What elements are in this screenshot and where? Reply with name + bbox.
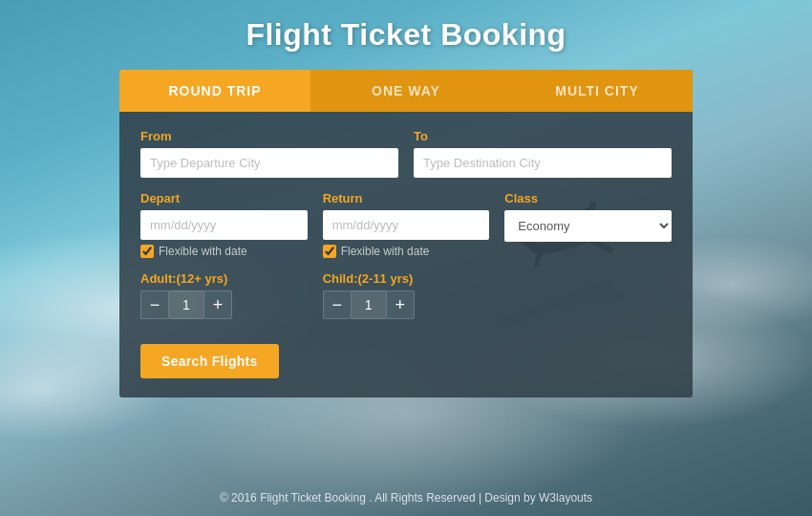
search-flights-button[interactable]: Search Flights — [140, 344, 279, 378]
to-label: To — [414, 129, 672, 143]
footer-text: © 2016 Flight Ticket Booking . All Right… — [220, 491, 592, 505]
child-minus-button[interactable]: − — [323, 290, 352, 319]
adult-label: Adult:(12+ yrs) — [140, 271, 308, 286]
return-label: Return — [323, 191, 490, 205]
child-plus-button[interactable]: + — [386, 290, 415, 319]
adult-field: Adult:(12+ yrs) − 1 + — [140, 271, 308, 319]
depart-flexible-row: Flexible with date — [140, 245, 308, 258]
return-flexible-label: Flexible with date — [341, 245, 430, 258]
from-to-row: From To — [140, 129, 672, 178]
to-input[interactable] — [414, 148, 672, 178]
depart-flexible-checkbox[interactable] — [140, 245, 154, 258]
adult-plus-button[interactable]: + — [203, 290, 232, 319]
tab-multi-city[interactable]: MULTI CITY — [502, 70, 693, 112]
child-stepper: − 1 + — [323, 290, 490, 319]
return-flexible-checkbox[interactable] — [323, 245, 336, 258]
depart-input[interactable] — [140, 210, 308, 240]
child-value: 1 — [352, 290, 386, 319]
tab-one-way[interactable]: ONE WAY — [310, 70, 502, 112]
depart-field: Depart Flexible with date — [140, 191, 308, 258]
depart-flexible-label: Flexible with date — [159, 245, 247, 258]
spacer — [504, 271, 672, 319]
return-flexible-row: Flexible with date — [323, 245, 490, 258]
page-title: Flight Ticket Booking — [246, 17, 566, 53]
page-wrapper: Flight Ticket Booking ROUND TRIP ONE WAY… — [0, 0, 812, 516]
from-input[interactable] — [140, 148, 398, 178]
footer: © 2016 Flight Ticket Booking . All Right… — [0, 491, 812, 505]
adult-stepper: − 1 + — [140, 290, 308, 319]
to-field: To — [414, 129, 672, 178]
tabs-container: ROUND TRIP ONE WAY MULTI CITY — [119, 70, 693, 112]
return-input[interactable] — [323, 210, 490, 240]
booking-panel: ROUND TRIP ONE WAY MULTI CITY From To — [119, 70, 693, 398]
class-label: Class — [504, 191, 672, 205]
adult-value: 1 — [169, 290, 203, 319]
dates-class-row: Depart Flexible with date Return Flexibl… — [140, 191, 672, 258]
class-field: Class Economy Business First Class — [504, 191, 672, 258]
return-field: Return Flexible with date — [323, 191, 490, 258]
class-select[interactable]: Economy Business First Class — [504, 210, 672, 242]
adult-minus-button[interactable]: − — [140, 290, 169, 319]
passengers-row: Adult:(12+ yrs) − 1 + Child:(2-11 yrs) −… — [140, 271, 672, 319]
child-field: Child:(2-11 yrs) − 1 + — [323, 271, 490, 319]
from-label: From — [140, 129, 398, 143]
from-field: From — [140, 129, 398, 178]
depart-label: Depart — [140, 191, 308, 205]
tab-round-trip[interactable]: ROUND TRIP — [119, 70, 310, 112]
child-label: Child:(2-11 yrs) — [323, 271, 490, 286]
booking-form: From To Depart Flexible with date — [119, 112, 693, 398]
